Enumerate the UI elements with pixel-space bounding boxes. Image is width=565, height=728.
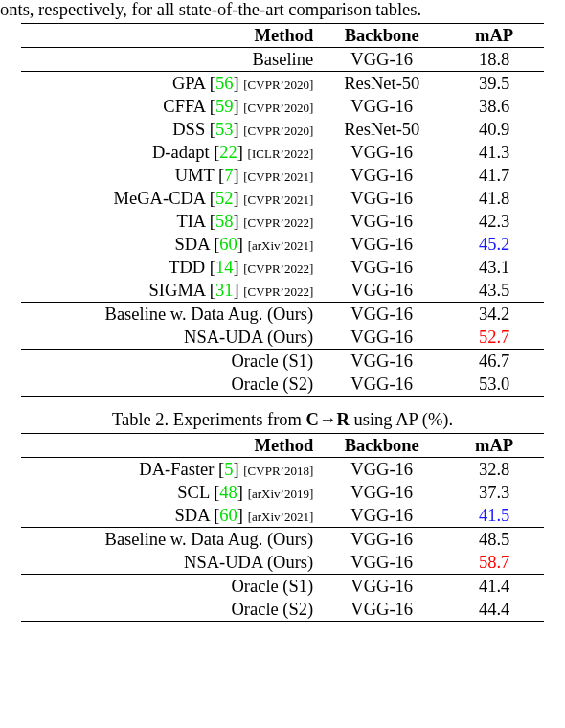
cell-backbone: VGG-16 — [319, 187, 444, 210]
table-row: Oracle (S2) VGG-16 44.4 — [21, 598, 544, 622]
cell-map: 41.4 — [444, 575, 544, 599]
fragment-text: onts, respectively, for all state-of-the… — [0, 0, 544, 20]
citation-link[interactable]: 56 — [215, 74, 234, 93]
citation-link[interactable]: 52 — [215, 189, 234, 208]
cell-map: 37.3 — [444, 481, 544, 504]
cell-map: 41.3 — [444, 141, 544, 164]
table-row: GPA [56] [CVPR’2020] ResNet-50 39.5 — [21, 72, 544, 96]
citation-link[interactable]: 22 — [219, 143, 237, 162]
cell-method: Oracle (S2) — [21, 373, 319, 397]
cell-backbone: VGG-16 — [319, 279, 444, 303]
cell-method: Baseline — [21, 48, 319, 72]
cell-backbone: VGG-16 — [319, 551, 444, 575]
cell-method: TDD [14] [CVPR’2022] — [21, 256, 319, 279]
citation-link[interactable]: 53 — [215, 120, 234, 139]
cell-method: SDA [60] [arXiv’2021] — [21, 233, 319, 256]
venue-text: [CVPR’2020] — [243, 78, 313, 92]
table-row: SIGMA [31] [CVPR’2022] VGG-16 43.5 — [21, 279, 544, 303]
table-row: Baseline w. Data Aug. (Ours) VGG-16 34.2 — [21, 303, 544, 327]
table-1: Method Backbone mAP Baseline VGG-16 18.8… — [21, 23, 544, 397]
table-row: MeGA-CDA [52] [CVPR’2021] VGG-16 41.8 — [21, 187, 544, 210]
venue-text: [CVPR’2021] — [243, 193, 313, 207]
citation-link[interactable]: 31 — [215, 281, 234, 300]
cell-backbone: VGG-16 — [319, 95, 444, 118]
cell-backbone: VGG-16 — [319, 458, 444, 482]
cell-method: Oracle (S1) — [21, 350, 319, 374]
citation-link[interactable]: 48 — [219, 483, 237, 502]
cell-backbone: VGG-16 — [319, 326, 444, 350]
cell-backbone: VGG-16 — [319, 598, 444, 622]
cell-backbone: VGG-16 — [319, 350, 444, 374]
cell-map: 18.8 — [444, 48, 544, 72]
cell-backbone: VGG-16 — [319, 141, 444, 164]
venue-text: [arXiv’2021] — [248, 239, 314, 253]
venue-text: [arXiv’2021] — [248, 510, 314, 524]
cell-map: 41.8 — [444, 187, 544, 210]
cell-method: Baseline w. Data Aug. (Ours) — [21, 303, 319, 327]
table-row: DA-Faster [5] [CVPR’2018] VGG-16 32.8 — [21, 458, 544, 482]
citation-link[interactable]: 60 — [219, 235, 237, 254]
cell-backbone: VGG-16 — [319, 164, 444, 187]
cell-backbone: VGG-16 — [319, 373, 444, 397]
table-row: DSS [53] [CVPR’2020] ResNet-50 40.9 — [21, 118, 544, 141]
cell-map: 32.8 — [444, 458, 544, 482]
col-header-backbone: Backbone — [319, 434, 444, 458]
venue-text: [CVPR’2022] — [243, 216, 313, 230]
cell-method: SIGMA [31] [CVPR’2022] — [21, 279, 319, 303]
cell-backbone: VGG-16 — [319, 504, 444, 528]
cell-backbone: VGG-16 — [319, 210, 444, 233]
citation-link[interactable]: 58 — [215, 212, 234, 231]
cell-method: NSA-UDA (Ours) — [21, 551, 319, 575]
table-row: CFFA [59] [CVPR’2020] VGG-16 38.6 — [21, 95, 544, 118]
cell-map: 46.7 — [444, 350, 544, 374]
cell-map: 52.7 — [444, 326, 544, 350]
venue-text: [CVPR’2022] — [243, 284, 313, 299]
cell-method: Baseline w. Data Aug. (Ours) — [21, 528, 319, 552]
cell-method: GPA [56] [CVPR’2020] — [21, 72, 319, 96]
citation-link[interactable]: 60 — [219, 506, 237, 525]
table-row: Baseline w. Data Aug. (Ours) VGG-16 48.5 — [21, 528, 544, 552]
cell-backbone: VGG-16 — [319, 528, 444, 552]
cell-backbone: VGG-16 — [319, 575, 444, 599]
cell-method: Oracle (S1) — [21, 575, 319, 599]
table-row: SCL [48] [arXiv’2019] VGG-16 37.3 — [21, 481, 544, 504]
cell-map: 58.7 — [444, 551, 544, 575]
table-2: Method Backbone mAP DA-Faster [5] [CVPR’… — [21, 433, 544, 622]
cell-map: 40.9 — [444, 118, 544, 141]
table-row: NSA-UDA (Ours) VGG-16 58.7 — [21, 551, 544, 575]
cell-backbone: VGG-16 — [319, 233, 444, 256]
table-row: Oracle (S1) VGG-16 41.4 — [21, 575, 544, 599]
cell-method: CFFA [59] [CVPR’2020] — [21, 95, 319, 118]
cell-backbone: ResNet-50 — [319, 118, 444, 141]
cell-map: 43.1 — [444, 256, 544, 279]
table-row: D-adapt [22] [ICLR’2022] VGG-16 41.3 — [21, 141, 544, 164]
citation-link[interactable]: 5 — [224, 460, 233, 479]
col-header-backbone: Backbone — [319, 24, 444, 48]
cell-map: 39.5 — [444, 72, 544, 96]
col-header-map: mAP — [444, 24, 544, 48]
col-header-method: Method — [21, 434, 319, 458]
cell-method: UMT [7] [CVPR’2021] — [21, 164, 319, 187]
table-row: Oracle (S1) VGG-16 46.7 — [21, 350, 544, 374]
table-2-caption: Table 2. Experiments from C→R using AP (… — [21, 410, 544, 430]
table-row: TDD [14] [CVPR’2022] VGG-16 43.1 — [21, 256, 544, 279]
cell-map: 43.5 — [444, 279, 544, 303]
venue-text: [CVPR’2022] — [243, 262, 313, 276]
table-row: SDA [60] [arXiv’2021] VGG-16 45.2 — [21, 233, 544, 256]
arrow-icon: → — [319, 410, 337, 429]
col-header-map: mAP — [444, 434, 544, 458]
cell-map: 38.6 — [444, 95, 544, 118]
cell-map: 41.7 — [444, 164, 544, 187]
cell-backbone: VGG-16 — [319, 48, 444, 72]
cell-method: NSA-UDA (Ours) — [21, 326, 319, 350]
col-header-method: Method — [21, 24, 319, 48]
cell-map: 44.4 — [444, 598, 544, 622]
cell-method: SCL [48] [arXiv’2019] — [21, 481, 319, 504]
citation-link[interactable]: 14 — [215, 258, 234, 277]
cell-backbone: ResNet-50 — [319, 72, 444, 96]
caption-r: R — [336, 410, 349, 429]
cell-map: 41.5 — [444, 504, 544, 528]
citation-link[interactable]: 59 — [215, 97, 234, 116]
table-row: Baseline VGG-16 18.8 — [21, 48, 544, 72]
citation-link[interactable]: 7 — [224, 166, 233, 185]
